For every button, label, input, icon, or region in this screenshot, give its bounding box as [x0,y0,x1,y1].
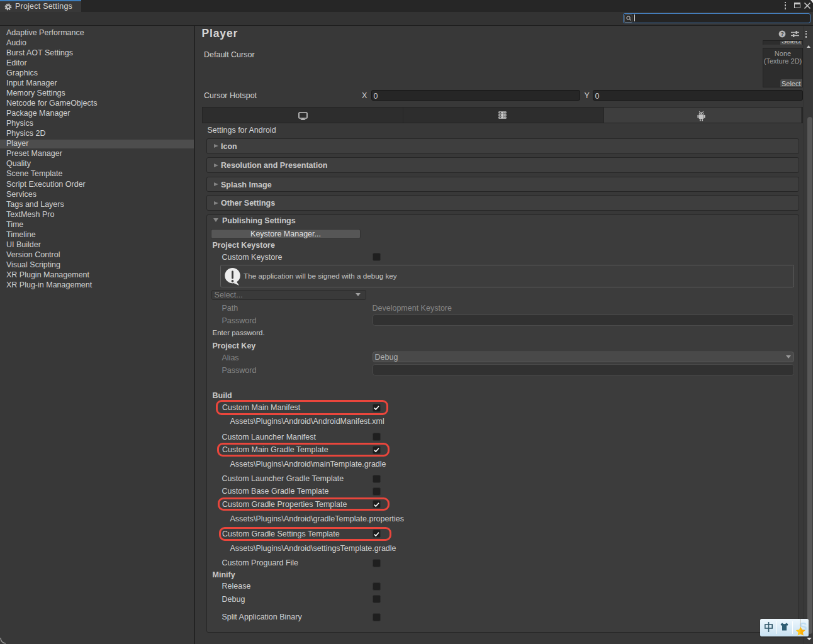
svg-text:?: ? [780,31,783,37]
